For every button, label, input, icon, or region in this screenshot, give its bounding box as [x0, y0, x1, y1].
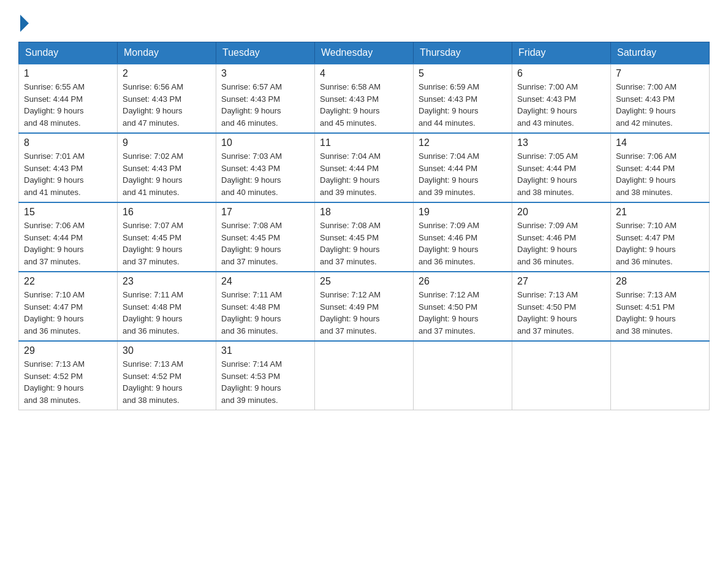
day-info: Sunrise: 7:09 AM Sunset: 4:46 PM Dayligh…	[517, 220, 605, 267]
day-number: 17	[221, 207, 309, 218]
calendar-cell	[611, 341, 710, 410]
calendar-cell: 10 Sunrise: 7:03 AM Sunset: 4:43 PM Dayl…	[216, 133, 315, 202]
calendar-cell	[315, 341, 414, 410]
day-number: 7	[616, 68, 704, 79]
day-number: 3	[221, 68, 309, 79]
logo-arrow-icon	[20, 15, 29, 32]
day-info: Sunrise: 7:13 AM Sunset: 4:52 PM Dayligh…	[123, 358, 211, 406]
day-info: Sunrise: 7:06 AM Sunset: 4:44 PM Dayligh…	[616, 150, 704, 198]
calendar-cell: 18 Sunrise: 7:08 AM Sunset: 4:45 PM Dayl…	[315, 202, 414, 272]
day-info: Sunrise: 7:10 AM Sunset: 4:47 PM Dayligh…	[616, 220, 704, 267]
calendar-cell: 16 Sunrise: 7:07 AM Sunset: 4:45 PM Dayl…	[118, 202, 216, 272]
day-number: 27	[517, 276, 605, 287]
day-number: 10	[221, 137, 309, 148]
calendar-header-sunday: Sunday	[19, 42, 118, 64]
day-number: 6	[517, 68, 605, 79]
calendar-cell: 3 Sunrise: 6:57 AM Sunset: 4:43 PM Dayli…	[216, 64, 315, 133]
day-info: Sunrise: 7:12 AM Sunset: 4:50 PM Dayligh…	[419, 289, 507, 337]
day-info: Sunrise: 7:03 AM Sunset: 4:43 PM Dayligh…	[221, 150, 309, 198]
calendar-header-thursday: Thursday	[414, 42, 512, 64]
day-info: Sunrise: 7:00 AM Sunset: 4:43 PM Dayligh…	[517, 81, 605, 129]
day-info: Sunrise: 7:09 AM Sunset: 4:46 PM Dayligh…	[419, 220, 507, 267]
calendar-header-row: SundayMondayTuesdayWednesdayThursdayFrid…	[19, 42, 710, 64]
day-number: 9	[123, 137, 211, 148]
day-number: 28	[616, 276, 704, 287]
day-number: 19	[419, 207, 507, 218]
calendar-cell: 17 Sunrise: 7:08 AM Sunset: 4:45 PM Dayl…	[216, 202, 315, 272]
calendar-cell: 15 Sunrise: 7:06 AM Sunset: 4:44 PM Dayl…	[19, 202, 118, 272]
day-number: 22	[24, 276, 112, 287]
day-number: 18	[320, 207, 408, 218]
calendar-cell: 12 Sunrise: 7:04 AM Sunset: 4:44 PM Dayl…	[414, 133, 512, 202]
day-number: 21	[616, 207, 704, 218]
day-info: Sunrise: 7:02 AM Sunset: 4:43 PM Dayligh…	[123, 150, 211, 198]
calendar-cell: 22 Sunrise: 7:10 AM Sunset: 4:47 PM Dayl…	[19, 272, 118, 341]
calendar-cell: 13 Sunrise: 7:05 AM Sunset: 4:44 PM Dayl…	[512, 133, 611, 202]
day-info: Sunrise: 7:05 AM Sunset: 4:44 PM Dayligh…	[517, 150, 605, 198]
calendar-week-row: 1 Sunrise: 6:55 AM Sunset: 4:44 PM Dayli…	[19, 64, 710, 133]
calendar-cell: 14 Sunrise: 7:06 AM Sunset: 4:44 PM Dayl…	[611, 133, 710, 202]
day-number: 25	[320, 276, 408, 287]
day-number: 11	[320, 137, 408, 148]
page-header	[18, 12, 710, 29]
calendar-header-tuesday: Tuesday	[216, 42, 315, 64]
logo	[18, 12, 29, 29]
day-number: 14	[616, 137, 704, 148]
day-number: 8	[24, 137, 112, 148]
calendar-cell: 28 Sunrise: 7:13 AM Sunset: 4:51 PM Dayl…	[611, 272, 710, 341]
calendar-cell: 1 Sunrise: 6:55 AM Sunset: 4:44 PM Dayli…	[19, 64, 118, 133]
calendar-cell: 25 Sunrise: 7:12 AM Sunset: 4:49 PM Dayl…	[315, 272, 414, 341]
day-number: 4	[320, 68, 408, 79]
day-info: Sunrise: 7:11 AM Sunset: 4:48 PM Dayligh…	[221, 289, 309, 337]
calendar-cell: 27 Sunrise: 7:13 AM Sunset: 4:50 PM Dayl…	[512, 272, 611, 341]
day-info: Sunrise: 7:13 AM Sunset: 4:52 PM Dayligh…	[24, 358, 112, 406]
calendar-cell: 29 Sunrise: 7:13 AM Sunset: 4:52 PM Dayl…	[19, 341, 118, 410]
day-info: Sunrise: 7:12 AM Sunset: 4:49 PM Dayligh…	[320, 289, 408, 337]
day-number: 26	[419, 276, 507, 287]
day-number: 23	[123, 276, 211, 287]
day-number: 15	[24, 207, 112, 218]
calendar-week-row: 22 Sunrise: 7:10 AM Sunset: 4:47 PM Dayl…	[19, 272, 710, 341]
calendar-cell	[414, 341, 512, 410]
day-info: Sunrise: 7:08 AM Sunset: 4:45 PM Dayligh…	[221, 220, 309, 267]
calendar-cell: 19 Sunrise: 7:09 AM Sunset: 4:46 PM Dayl…	[414, 202, 512, 272]
calendar-cell: 7 Sunrise: 7:00 AM Sunset: 4:43 PM Dayli…	[611, 64, 710, 133]
calendar-cell: 9 Sunrise: 7:02 AM Sunset: 4:43 PM Dayli…	[118, 133, 216, 202]
calendar-header-monday: Monday	[118, 42, 216, 64]
calendar-week-row: 15 Sunrise: 7:06 AM Sunset: 4:44 PM Dayl…	[19, 202, 710, 272]
day-info: Sunrise: 7:06 AM Sunset: 4:44 PM Dayligh…	[24, 220, 112, 267]
day-info: Sunrise: 7:00 AM Sunset: 4:43 PM Dayligh…	[616, 81, 704, 129]
calendar-week-row: 8 Sunrise: 7:01 AM Sunset: 4:43 PM Dayli…	[19, 133, 710, 202]
day-info: Sunrise: 7:10 AM Sunset: 4:47 PM Dayligh…	[24, 289, 112, 337]
day-info: Sunrise: 7:04 AM Sunset: 4:44 PM Dayligh…	[419, 150, 507, 198]
day-number: 24	[221, 276, 309, 287]
calendar-header-wednesday: Wednesday	[315, 42, 414, 64]
day-number: 1	[24, 68, 112, 79]
day-number: 13	[517, 137, 605, 148]
day-number: 2	[123, 68, 211, 79]
day-info: Sunrise: 7:07 AM Sunset: 4:45 PM Dayligh…	[123, 220, 211, 267]
day-number: 20	[517, 207, 605, 218]
calendar-header-saturday: Saturday	[611, 42, 710, 64]
calendar-cell: 23 Sunrise: 7:11 AM Sunset: 4:48 PM Dayl…	[118, 272, 216, 341]
calendar-cell: 6 Sunrise: 7:00 AM Sunset: 4:43 PM Dayli…	[512, 64, 611, 133]
calendar-cell: 8 Sunrise: 7:01 AM Sunset: 4:43 PM Dayli…	[19, 133, 118, 202]
day-info: Sunrise: 7:11 AM Sunset: 4:48 PM Dayligh…	[123, 289, 211, 337]
day-number: 5	[419, 68, 507, 79]
calendar-cell	[512, 341, 611, 410]
day-info: Sunrise: 6:59 AM Sunset: 4:43 PM Dayligh…	[419, 81, 507, 129]
day-info: Sunrise: 6:55 AM Sunset: 4:44 PM Dayligh…	[24, 81, 112, 129]
day-info: Sunrise: 6:56 AM Sunset: 4:43 PM Dayligh…	[123, 81, 211, 129]
day-number: 12	[419, 137, 507, 148]
day-info: Sunrise: 7:04 AM Sunset: 4:44 PM Dayligh…	[320, 150, 408, 198]
day-info: Sunrise: 6:58 AM Sunset: 4:43 PM Dayligh…	[320, 81, 408, 129]
calendar-cell: 31 Sunrise: 7:14 AM Sunset: 4:53 PM Dayl…	[216, 341, 315, 410]
day-info: Sunrise: 6:57 AM Sunset: 4:43 PM Dayligh…	[221, 81, 309, 129]
day-number: 31	[221, 345, 309, 356]
day-info: Sunrise: 7:08 AM Sunset: 4:45 PM Dayligh…	[320, 220, 408, 267]
calendar-cell: 2 Sunrise: 6:56 AM Sunset: 4:43 PM Dayli…	[118, 64, 216, 133]
calendar-cell: 21 Sunrise: 7:10 AM Sunset: 4:47 PM Dayl…	[611, 202, 710, 272]
calendar-cell: 11 Sunrise: 7:04 AM Sunset: 4:44 PM Dayl…	[315, 133, 414, 202]
day-info: Sunrise: 7:13 AM Sunset: 4:51 PM Dayligh…	[616, 289, 704, 337]
calendar-cell: 20 Sunrise: 7:09 AM Sunset: 4:46 PM Dayl…	[512, 202, 611, 272]
